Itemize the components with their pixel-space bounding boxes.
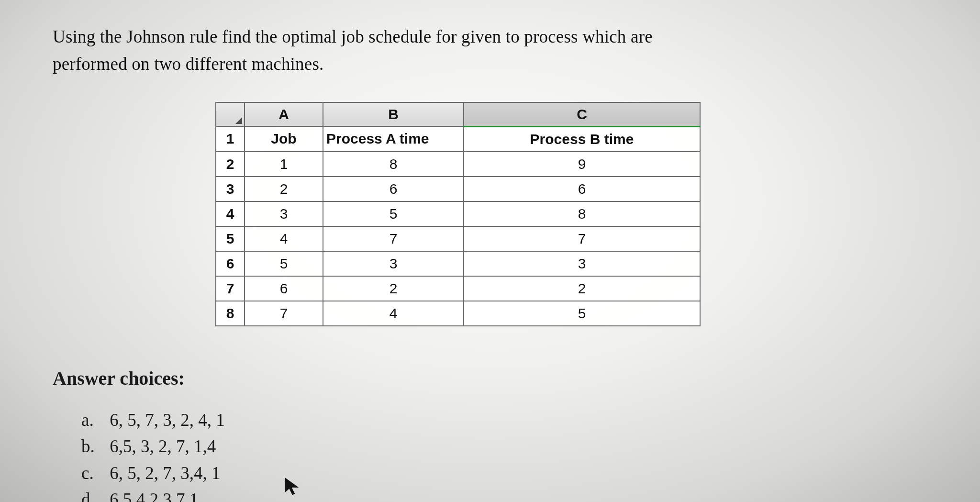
- cell-process-a: 8: [323, 152, 464, 177]
- cell-process-b: 3: [464, 251, 700, 276]
- cell-job: 2: [245, 177, 323, 201]
- choice-text: 6, 5, 2, 7, 3,4, 1: [110, 463, 220, 483]
- cell-process-a: 6: [323, 177, 464, 201]
- cell-job: 6: [245, 276, 323, 301]
- cell-process-a: 3: [323, 251, 464, 276]
- cell-process-b: 5: [464, 301, 700, 326]
- cell-process-a: 7: [323, 226, 464, 251]
- row-header: 4: [216, 201, 245, 226]
- cell-job: 1: [245, 152, 323, 177]
- table-row: 6 5 3 3: [216, 251, 700, 276]
- answer-choice: a. 6, 5, 7, 3, 2, 4, 1: [81, 407, 927, 434]
- row-header: 3: [216, 177, 245, 201]
- table-row: 8 7 4 5: [216, 301, 700, 326]
- cell-job: 7: [245, 301, 323, 326]
- row-header: 5: [216, 226, 245, 251]
- cell-process-b: 8: [464, 201, 700, 226]
- answers-heading: Answer choices:: [53, 367, 927, 390]
- choice-text: 6, 5, 7, 3, 2, 4, 1: [110, 410, 225, 430]
- table-row: 3 2 6 6: [216, 177, 700, 201]
- header-cell-process-b: Process B time: [464, 126, 700, 152]
- cell-job: 4: [245, 226, 323, 251]
- question-line-1: Using the Johnson rule find the optimal …: [53, 27, 653, 46]
- table-row: 4 3 5 8: [216, 201, 700, 226]
- row-header: 8: [216, 301, 245, 326]
- cell-job: 3: [245, 201, 323, 226]
- cell-process-b: 9: [464, 152, 700, 177]
- col-header-b: B: [323, 102, 464, 127]
- cell-process-a: 2: [323, 276, 464, 301]
- row-header: 1: [216, 126, 245, 152]
- table-row: 5 4 7 7: [216, 226, 700, 251]
- spreadsheet-table: A B C 1 Job Process A time Process B tim…: [215, 102, 701, 326]
- cell-process-a: 5: [323, 201, 464, 226]
- answer-choice: b. 6,5, 3, 2, 7, 1,4: [81, 433, 927, 460]
- question-line-2: performed on two different machines.: [53, 54, 323, 74]
- table-row: 2 1 8 9: [216, 152, 700, 177]
- cell-process-b: 2: [464, 276, 700, 301]
- cell-job: 5: [245, 251, 323, 276]
- choice-marker: c.: [81, 460, 105, 487]
- answer-choices-list: a. 6, 5, 7, 3, 2, 4, 1 b. 6,5, 3, 2, 7, …: [81, 407, 927, 502]
- choice-marker: b.: [81, 433, 105, 460]
- answer-choice: d. 6,5,4,2,3,7,1: [81, 486, 927, 502]
- row-header: 2: [216, 152, 245, 177]
- answer-choice: c. 6, 5, 2, 7, 3,4, 1: [81, 460, 927, 487]
- column-header-row: A B C: [216, 102, 700, 127]
- choice-text: 6,5, 3, 2, 7, 1,4: [110, 436, 216, 456]
- row-header: 6: [216, 251, 245, 276]
- table-row: 7 6 2 2: [216, 276, 700, 301]
- header-cell-job: Job: [245, 126, 323, 152]
- cell-process-b: 7: [464, 226, 700, 251]
- col-header-c: C: [464, 102, 700, 127]
- choice-marker: d.: [81, 486, 105, 502]
- sheet-corner: [216, 102, 245, 127]
- cell-process-b: 6: [464, 177, 700, 201]
- spreadsheet-table-wrap: A B C 1 Job Process A time Process B tim…: [215, 102, 713, 326]
- row-header: 7: [216, 276, 245, 301]
- col-header-a: A: [245, 102, 323, 127]
- cell-process-a: 4: [323, 301, 464, 326]
- header-cell-process-a: Process A time: [323, 126, 464, 152]
- question-text: Using the Johnson rule find the optimal …: [53, 23, 927, 78]
- choice-text: 6,5,4,2,3,7,1: [110, 490, 198, 502]
- svg-marker-0: [285, 478, 299, 495]
- table-row: 1 Job Process A time Process B time: [216, 126, 700, 152]
- choice-marker: a.: [81, 407, 105, 434]
